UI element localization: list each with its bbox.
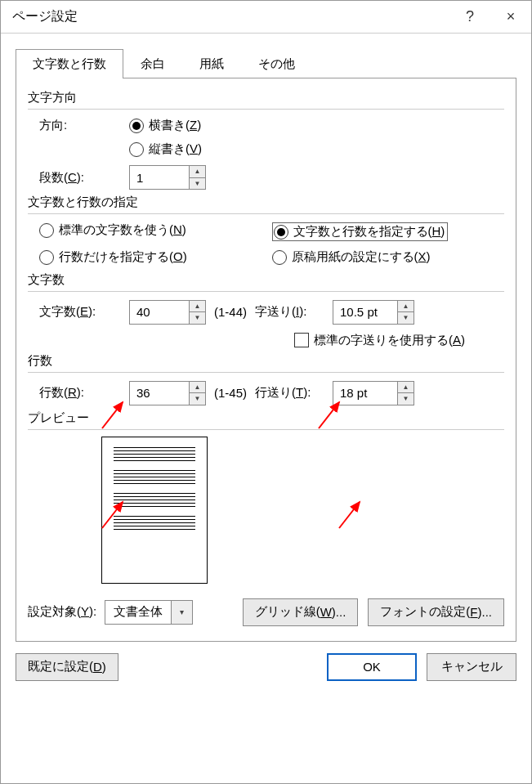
spin-down-icon[interactable]: ▼ [190, 312, 205, 324]
ok-button[interactable]: OK [327, 653, 417, 681]
gridlines-button[interactable]: グリッド線(W)... [243, 598, 359, 626]
radio-icon [129, 119, 144, 133]
tab-chars-lines[interactable]: 文字数と行数 [16, 49, 123, 78]
line-count-range: (1-45) [214, 386, 247, 400]
line-pitch-value[interactable]: 18 pt [333, 382, 397, 405]
row-char-count: 文字数(E): 40 ▲▼ (1-44) 字送り(I): 10.5 pt ▲▼ [28, 300, 504, 325]
char-pitch-spin[interactable]: 10.5 pt ▲▼ [333, 300, 414, 325]
group-preview: プレビュー [28, 410, 504, 430]
radio-horizontal[interactable]: 横書き(Z) [129, 118, 201, 133]
radio-genkoyoshi[interactable]: 原稿用紙の設定にする(X) [272, 249, 431, 265]
line-count-spin[interactable]: 36 ▲▼ [129, 381, 206, 405]
spin-up-icon[interactable]: ▲ [398, 301, 414, 313]
line-pitch-spin[interactable]: 18 pt ▲▼ [333, 381, 414, 405]
direction-label: 方向: [39, 118, 129, 133]
columns-spin[interactable]: 1 ▲ ▼ [129, 165, 206, 190]
radio-icon [39, 223, 54, 238]
apply-to-value: 文書全体 [105, 601, 171, 624]
char-pitch-value[interactable]: 10.5 pt [333, 301, 397, 324]
spin-up-icon[interactable]: ▲ [190, 382, 205, 394]
radio-standard-chars[interactable]: 標準の文字数を使う(N) [39, 222, 186, 238]
checkbox-icon [294, 333, 309, 347]
cancel-button[interactable]: キャンセル [427, 653, 516, 681]
char-count-spin[interactable]: 40 ▲▼ [129, 300, 206, 325]
columns-value[interactable]: 1 [130, 166, 189, 189]
apply-to-select[interactable]: 文書全体 ▾ [105, 600, 193, 625]
columns-label: 段数(C): [39, 170, 129, 186]
help-button[interactable]: ? [449, 1, 490, 34]
row-direction: 方向: 横書き(Z) [28, 118, 504, 133]
set-default-button[interactable]: 既定に設定(D) [16, 653, 118, 681]
titlebar: ページ設定 ? × [1, 1, 531, 34]
group-spec: 文字数と行数の指定 [28, 195, 504, 214]
radio-icon [39, 250, 54, 265]
spin-up-icon[interactable]: ▲ [190, 301, 205, 313]
spin-down-icon[interactable]: ▼ [190, 393, 205, 405]
spin-down-icon[interactable]: ▼ [398, 393, 414, 405]
group-lines: 行数 [28, 353, 504, 373]
tab-margins[interactable]: 余白 [123, 49, 182, 78]
char-pitch-label: 字送り(I): [255, 304, 333, 320]
tab-other[interactable]: その他 [241, 49, 312, 78]
row-default-pitch: 標準の字送りを使用する(A) [28, 333, 504, 348]
group-direction: 文字方向 [28, 90, 504, 110]
spin-buttons: ▲ ▼ [189, 166, 205, 189]
window-title: ページ設定 [12, 8, 449, 25]
spin-down-icon[interactable]: ▼ [190, 178, 205, 190]
spec-row2: 行数だけを指定する(O) 原稿用紙の設定にする(X) [28, 249, 504, 267]
line-count-value[interactable]: 36 [130, 382, 189, 405]
group-chars: 文字数 [28, 272, 504, 292]
char-count-label: 文字数(E): [39, 304, 129, 320]
line-pitch-label: 行送り(T): [255, 385, 333, 401]
radio-icon [274, 225, 288, 240]
chevron-down-icon[interactable]: ▾ [171, 601, 192, 624]
dialog-buttons: 既定に設定(D) OK キャンセル [1, 642, 531, 696]
apply-to-label: 設定対象(Y): [28, 604, 96, 620]
tab-paper[interactable]: 用紙 [182, 49, 241, 78]
row-line-count: 行数(R): 36 ▲▼ (1-45) 行送り(T): 18 pt ▲▼ [28, 381, 504, 405]
radio-lines-only[interactable]: 行数だけを指定する(O) [39, 249, 187, 265]
radio-icon [129, 142, 144, 157]
row-direction-vertical: 縦書き(V) [28, 141, 504, 157]
spec-row1: 標準の文字数を使う(N) 文字数と行数を指定する(H) [28, 222, 504, 241]
radio-icon [272, 250, 287, 265]
row-columns: 段数(C): 1 ▲ ▼ [28, 165, 504, 190]
font-settings-button[interactable]: フォントの設定(F)... [368, 598, 504, 626]
spin-up-icon[interactable]: ▲ [190, 166, 205, 178]
tab-strip: 文字数と行数 余白 用紙 その他 [16, 48, 516, 78]
tab-body: 文字方向 方向: 横書き(Z) 縦書き(V) 段数(C): 1 ▲ ▼ [16, 78, 516, 642]
line-count-label: 行数(R): [39, 385, 129, 401]
spin-down-icon[interactable]: ▼ [398, 312, 414, 324]
dialog-content: 文字数と行数 余白 用紙 その他 文字方向 方向: 横書き(Z) 縦書き(V) … [1, 34, 531, 642]
svg-line-3 [339, 502, 360, 528]
close-button[interactable]: × [490, 1, 531, 34]
apply-row: 設定対象(Y): 文書全体 ▾ グリッド線(W)... フォントの設定(F)..… [28, 598, 504, 626]
radio-specify-both[interactable]: 文字数と行数を指定する(H) [272, 222, 449, 241]
checkbox-default-pitch[interactable]: 標準の字送りを使用する(A) [294, 333, 465, 348]
spin-up-icon[interactable]: ▲ [398, 382, 414, 394]
radio-vertical[interactable]: 縦書き(V) [129, 141, 202, 157]
char-count-range: (1-44) [214, 305, 247, 319]
char-count-value[interactable]: 40 [130, 301, 189, 324]
preview-page [101, 437, 208, 584]
